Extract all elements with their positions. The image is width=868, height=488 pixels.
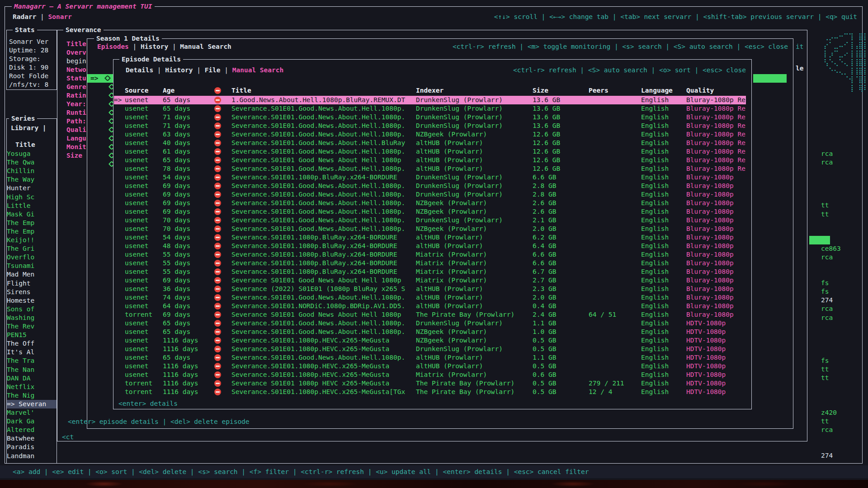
severance-field-row[interactable]: Monit	[66, 143, 86, 151]
release-row[interactable]: usenet65 daysSeverance.S01E01.Good.News.…	[114, 319, 746, 328]
severance-field-row[interactable]: Path:	[66, 117, 86, 126]
release-row[interactable]: usenet48 daysSeverance.S01E01.1080p.BluR…	[114, 242, 746, 250]
release-row[interactable]: usenet55 daysSeverance.S01E01.1080p.BluR…	[114, 250, 746, 259]
series-list-item[interactable]: The Off	[7, 339, 57, 348]
series-list-item[interactable]: The Gri	[7, 244, 57, 253]
series-list-item[interactable]: The Nig	[7, 391, 57, 400]
severance-field-row[interactable]: Runti	[66, 108, 86, 117]
episode-tab-details[interactable]: Details	[126, 66, 153, 74]
release-row[interactable]: usenet63 daysSeverance.S01E01.Good.News.…	[114, 130, 746, 139]
series-list-item[interactable]: Hunter	[7, 184, 57, 192]
series-list-item[interactable]: The Tra	[7, 357, 57, 365]
series-list-item[interactable]: High Sc	[7, 193, 57, 202]
series-list-item[interactable]: Overflo	[7, 253, 57, 262]
season-tab-history[interactable]: History	[141, 43, 168, 50]
series-list-item[interactable]: Dark Ga	[7, 417, 57, 426]
series-list-item[interactable]: The Rev	[7, 322, 57, 331]
series-tab-library[interactable]: Library |	[11, 124, 47, 132]
series-list-item[interactable]: Sons of	[7, 305, 57, 314]
series-list-item[interactable]: The Emp	[7, 219, 57, 227]
release-row[interactable]: usenet71 daysSeverance.S01E01.Good.News.…	[114, 122, 746, 130]
series-list-item[interactable]: Mad Men	[7, 270, 57, 279]
series-list-item[interactable]: Mask Gi	[7, 210, 57, 219]
release-row[interactable]: usenet69 daysSeverance S01E01 Good News …	[114, 276, 746, 285]
series-list-item[interactable]: Flight	[7, 279, 57, 288]
series-list-item[interactable]: It's Al	[7, 348, 57, 357]
season-tab-episodes[interactable]: Episodes	[97, 43, 129, 50]
release-row[interactable]: usenet70 daysSeverance.S01E01.Good.News.…	[114, 216, 746, 225]
series-list-item[interactable]: Tsunami	[7, 262, 57, 270]
release-row[interactable]: usenet69 daysSeverance.S01E01.Good.News.…	[114, 182, 746, 190]
severance-field-row[interactable]: Size	[66, 151, 82, 160]
cell-age: 36 days	[163, 285, 210, 293]
series-list-item[interactable]: Washing	[7, 314, 57, 322]
release-row[interactable]: torrent69 daysSeverance S01E01 Good News…	[114, 310, 746, 319]
episode-tab-manual-search[interactable]: Manual Search	[232, 66, 284, 74]
episode-tab-history[interactable]: History	[165, 66, 193, 74]
series-list-item[interactable]: Landman	[7, 452, 57, 460]
release-row[interactable]: usenet64 daysSeverance.S01E01.NORDiC.108…	[114, 302, 746, 310]
release-row[interactable]: usenet36 daysSeverance (2022) S01E01 (10…	[114, 285, 746, 293]
release-row[interactable]: usenet65 daysSeverance.S01E01.Good.News.…	[114, 328, 746, 336]
series-list-item[interactable]: The Nan	[7, 366, 57, 374]
release-row[interactable]: usenet69 daysSeverance.S01E01.Good.News.…	[114, 207, 746, 216]
series-list-item[interactable]: Yosuga	[7, 150, 57, 158]
episode-tabs: Details | History | File | Manual Search	[126, 66, 283, 75]
series-list-item[interactable]: Chillin	[7, 167, 57, 175]
severance-field-row[interactable]: Overv	[66, 48, 86, 57]
release-row[interactable]: torrent1116 daysSeverance.S01E01.1080p.H…	[114, 388, 746, 396]
cell-peers	[589, 122, 641, 130]
series-list-item[interactable]: Homeste	[7, 296, 57, 305]
series-list-item[interactable]: Batwhee	[7, 434, 57, 443]
release-row[interactable]: usenet1116 daysSeverance.S01E01.1080p.HE…	[114, 345, 746, 353]
release-row[interactable]: usenet74 daysSeverance.S01E01.Good.News.…	[114, 293, 746, 302]
release-row[interactable]: usenet78 daysSeverance.S01E01.Good.News.…	[114, 164, 746, 173]
app-tab-sonarr[interactable]: Sonarr	[48, 13, 72, 20]
episode-tab-file[interactable]: File	[205, 66, 221, 74]
series-list-item[interactable]: PEN15	[7, 331, 57, 339]
release-row[interactable]: usenet1116 daysSeverance.S01E01.1080p.HE…	[114, 371, 746, 379]
severance-field-row[interactable]: Title	[66, 40, 86, 48]
series-list-item[interactable]: Altered	[7, 426, 57, 434]
release-row[interactable]: usenet54 daysSeverance.S01E01.1080p.BluR…	[114, 233, 746, 242]
season-selected-episode-row[interactable]: =>	[87, 74, 113, 83]
release-row[interactable]: usenet55 daysSeverance.S01E01.1080p.BluR…	[114, 259, 746, 267]
cell-title: Severance.S01E01.1080p.BluRay.x264-BORDU…	[231, 242, 416, 250]
series-list-item[interactable]: Paradis	[7, 443, 57, 451]
series-list-item[interactable]: The Emp	[7, 227, 57, 236]
series-list-item[interactable]: Sirens	[7, 288, 57, 296]
release-row[interactable]: usenet65 daysSeverance.S01E01.Good.News.…	[114, 353, 746, 362]
release-row[interactable]: usenet65 daysSeverance.S01E01.Good.News.…	[114, 104, 746, 113]
severance-field-row[interactable]: Year:	[66, 100, 86, 108]
app-tab-radarr[interactable]: Radarr	[13, 13, 36, 20]
release-row[interactable]: usenet40 daysSeverance.S01E01.Good.News.…	[114, 139, 746, 147]
release-row[interactable]: usenet1116 daysSeverance.S01E01.1080p.HE…	[114, 362, 746, 371]
series-list-item[interactable]: Netflix	[7, 383, 57, 391]
series-list-item[interactable]: The Way	[7, 175, 57, 184]
severance-field-row[interactable]: Langu	[66, 134, 86, 143]
release-row[interactable]: usenet69 daysSeverance.S01E01.Good.News.…	[114, 190, 746, 199]
series-list-item[interactable]: The Qwa	[7, 158, 57, 167]
release-row[interactable]: usenet54 daysSeverance.S01E01.1080p.BluR…	[114, 173, 746, 182]
release-row[interactable]: usenet69 daysSeverance.S01E01.Good.News.…	[114, 199, 746, 207]
series-list-item-selected[interactable]: => Severan	[7, 400, 57, 408]
series-list-item[interactable]: DAN DA	[7, 374, 57, 383]
release-row[interactable]: usenet65 daysSeverance.S01E01 Good News …	[114, 156, 746, 164]
severance-field-row[interactable]: Quali	[66, 126, 86, 134]
release-row[interactable]: usenet71 daysSeverance.S01E01.Good.News.…	[114, 113, 746, 122]
release-row[interactable]: usenet61 daysSeverance.S01E01.Good.News.…	[114, 147, 746, 156]
release-row[interactable]: usenet1116 daysSeverance.S01E01.1080p.HE…	[114, 336, 746, 345]
release-row[interactable]: usenet70 daysSeverance.S01E01.Good.News.…	[114, 225, 746, 233]
severance-field-row[interactable]: Ratin	[66, 91, 86, 100]
severance-field-row[interactable]: Statu	[66, 74, 86, 83]
series-list-item[interactable]: Keijo!!	[7, 236, 57, 244]
release-row[interactable]: usenet55 daysSeverance.S01E01.1080p.BluR…	[114, 267, 746, 276]
series-list-item[interactable]: Marvel'	[7, 408, 57, 417]
season-tab-manual-search[interactable]: Manual Search	[180, 43, 231, 50]
release-row[interactable]: torrent1116 daysSeverance S01E01 1080p H…	[114, 379, 746, 388]
series-list-item[interactable]: Little	[7, 202, 57, 210]
cell-source: usenet	[125, 259, 163, 267]
severance-field-row[interactable]: Genre	[66, 83, 86, 91]
severance-field-row[interactable]: Netwo	[66, 66, 86, 74]
release-row[interactable]: =>usenet65 days1.Good.News.About.Hell.10…	[114, 96, 746, 104]
